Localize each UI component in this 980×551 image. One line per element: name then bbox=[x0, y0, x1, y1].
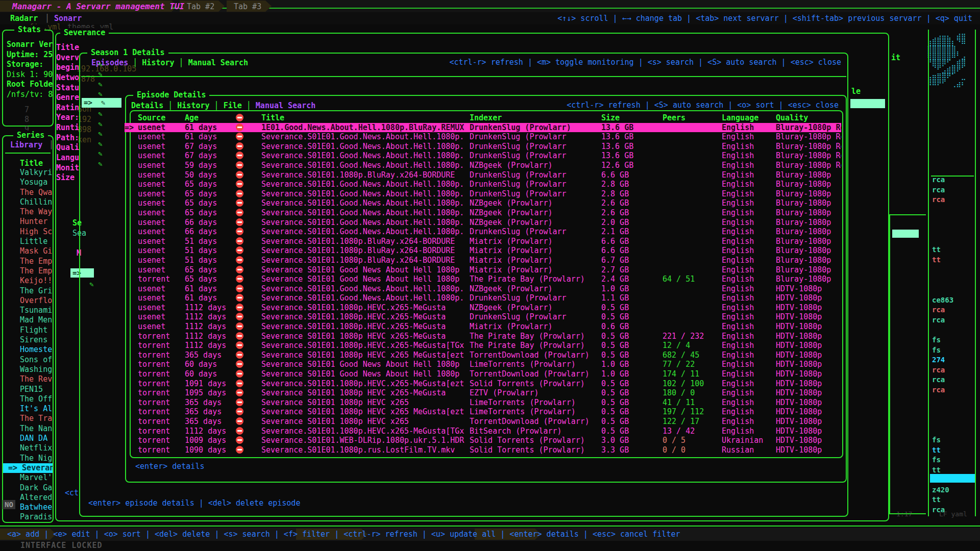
season-tab-episodes[interactable]: Episodes bbox=[91, 58, 128, 67]
series-item[interactable]: The Off bbox=[3, 394, 53, 404]
column-header[interactable]: Age bbox=[185, 113, 236, 123]
release-row[interactable]: usenet59 daysSeverance.S01E01.Good.News.… bbox=[125, 161, 841, 170]
release-row[interactable]: usenet1112 daysSeverance.S01E01.1080p.HE… bbox=[125, 312, 841, 322]
release-row[interactable]: usenet66 daysSeverance.S01E01.Good.News.… bbox=[125, 227, 841, 237]
reject-icon bbox=[236, 114, 243, 121]
season-tab-history[interactable]: History bbox=[142, 58, 174, 67]
release-row[interactable]: torrent1112 daysSeverance.S01E01.1080p.H… bbox=[125, 427, 841, 436]
bg-selected-file[interactable] bbox=[930, 474, 975, 483]
series-item[interactable]: Washing bbox=[3, 365, 53, 374]
column-header[interactable]: Title bbox=[261, 113, 470, 123]
release-row[interactable]: usenet1112 daysSeverance.S01E01.1080p.HE… bbox=[125, 303, 841, 313]
release-row[interactable]: torrent1095 daysSeverance S01E01 1080p H… bbox=[125, 388, 841, 398]
release-row[interactable]: usenet67 daysSeverance.S01E01.Good.News.… bbox=[125, 142, 841, 152]
release-row[interactable]: torrent1090 daysSeverance.S01E01.1080p.r… bbox=[125, 445, 841, 455]
series-item-selected[interactable]: => Severan bbox=[3, 463, 53, 473]
series-item[interactable]: The Qwa bbox=[3, 188, 53, 197]
release-row[interactable]: usenet50 daysSeverance.S01E01.1080p.BluR… bbox=[125, 170, 841, 180]
series-item[interactable]: Mask Gi bbox=[3, 246, 53, 256]
series-item[interactable]: The Emp bbox=[3, 266, 53, 276]
terminal-tab[interactable]: Tab #3 bbox=[234, 2, 261, 11]
tab-radarr[interactable]: Radarr bbox=[10, 14, 38, 23]
series-item[interactable]: Yosuga bbox=[3, 178, 53, 187]
release-row[interactable]: torrent1112 daysSeverance S01E01 1080p H… bbox=[125, 332, 841, 341]
column-header[interactable]: Peers bbox=[663, 113, 722, 123]
column-header[interactable]: Source bbox=[138, 113, 185, 123]
terminal-tab[interactable]: Tab #2 bbox=[187, 2, 214, 11]
release-row[interactable]: torrent1009 daysSeverance.S01E01.WEB-DLR… bbox=[125, 436, 841, 445]
tab-sonarr[interactable]: Sonarr bbox=[54, 14, 82, 23]
series-item[interactable]: The Gri bbox=[3, 286, 53, 296]
column-header[interactable]: Quality bbox=[776, 113, 841, 123]
season-scroll-thumb[interactable] bbox=[850, 99, 885, 108]
series-item[interactable]: The Way bbox=[3, 207, 53, 217]
bottom-divider bbox=[0, 525, 980, 527]
series-item[interactable]: The Nig bbox=[3, 454, 53, 463]
series-item[interactable]: Hunter bbox=[3, 217, 53, 227]
release-row[interactable]: usenet51 daysSeverance.S01E01.1080p.BluR… bbox=[125, 237, 841, 246]
episode-tab-history[interactable]: History bbox=[177, 101, 209, 110]
episode-modal-footer: <enter> details bbox=[135, 462, 204, 471]
series-item[interactable]: Chillin bbox=[3, 197, 53, 207]
season-tab-manual-search[interactable]: Manual Search bbox=[188, 58, 248, 67]
series-detail-label: Runti bbox=[56, 123, 81, 133]
release-row[interactable]: usenet65 daysSeverance.S01E01.Good.News.… bbox=[125, 189, 841, 199]
release-row-selected[interactable]: =>usenet61 days1E01.Good.News.About.Hell… bbox=[125, 123, 841, 133]
episode-tab-file[interactable]: File bbox=[224, 101, 242, 110]
series-item[interactable]: High Sc bbox=[3, 227, 53, 237]
series-item[interactable]: Sirens bbox=[3, 335, 53, 345]
release-row[interactable]: usenet1112 daysSeverance.S01E01.1080p.HE… bbox=[125, 322, 841, 332]
release-row[interactable]: torrent365 daysSeverance S01E01 1080p HE… bbox=[125, 417, 841, 427]
series-item[interactable]: Dark Ga bbox=[3, 483, 53, 493]
release-row[interactable]: usenet61 daysSeverance.S01E01.Good.News.… bbox=[125, 293, 841, 303]
release-row[interactable]: torrent1091 daysSeverance.S01E01.1080p.H… bbox=[125, 379, 841, 389]
release-row[interactable]: usenet51 daysSeverance.S01E01.1080p.BluR… bbox=[125, 246, 841, 256]
series-item[interactable]: Sons of bbox=[3, 355, 53, 365]
series-item[interactable]: Overflo bbox=[3, 296, 53, 306]
release-row[interactable]: usenet67 daysSeverance.S01E01.Good.News.… bbox=[125, 151, 841, 161]
series-item[interactable]: It's Al bbox=[3, 404, 53, 414]
series-item[interactable]: Paradis bbox=[3, 512, 53, 522]
selected-season-row[interactable]: => ✎ bbox=[82, 98, 121, 108]
series-item[interactable]: Flight bbox=[3, 325, 53, 335]
column-header[interactable] bbox=[236, 113, 261, 123]
tab-library[interactable]: Library bbox=[10, 140, 42, 149]
reject-icon bbox=[236, 218, 243, 226]
edit-pencil-icon: ✎ bbox=[98, 140, 102, 148]
series-item[interactable]: PEN15 bbox=[3, 385, 53, 394]
series-item[interactable]: Mad Men bbox=[3, 315, 53, 325]
column-header[interactable]: Indexer bbox=[470, 113, 601, 123]
release-row[interactable]: usenet65 daysSeverance.S01E01.Good.News.… bbox=[125, 180, 841, 189]
release-row[interactable]: usenet65 daysSeverance.S01E01.Good.News.… bbox=[125, 208, 841, 218]
series-item[interactable]: Valkyri bbox=[3, 168, 53, 178]
release-row[interactable]: torrent65 daysSeverance S01E01 Good News… bbox=[125, 274, 841, 284]
release-row[interactable]: torrent365 daysSeverance S01E01 1080p HE… bbox=[125, 398, 841, 408]
series-item[interactable]: Little bbox=[3, 237, 53, 246]
release-row[interactable]: usenet65 daysSeverance.S01E01.Good.News.… bbox=[125, 198, 841, 208]
release-row[interactable]: usenet65 daysSeverance S01E01 Good News … bbox=[125, 265, 841, 275]
series-item[interactable]: DAN DA bbox=[3, 434, 53, 443]
series-item[interactable]: Homeste bbox=[3, 345, 53, 355]
release-row[interactable]: usenet66 daysSeverance.S01E01.Good.News.… bbox=[125, 218, 841, 228]
release-row[interactable]: usenet61 daysSeverance.S01E01.Good.News.… bbox=[125, 284, 841, 294]
release-row[interactable]: usenet51 daysSeverance.S01E01.1080p.BluR… bbox=[125, 256, 841, 265]
series-item[interactable]: The Emp bbox=[3, 257, 53, 266]
release-row[interactable]: torrent365 daysSeverance S01E01 1080p HE… bbox=[125, 407, 841, 417]
episode-tab-details[interactable]: Details bbox=[131, 101, 163, 110]
series-item[interactable]: Marvel' bbox=[3, 473, 53, 483]
release-row[interactable]: torrent60 daysSeverance S01E01 Good News… bbox=[125, 369, 841, 379]
series-item[interactable]: Keijo!! bbox=[3, 276, 53, 286]
release-row[interactable]: torrent365 daysSeverance S01E01 1080p HE… bbox=[125, 350, 841, 360]
series-item[interactable]: The Rev bbox=[3, 374, 53, 384]
bg-scroll-thumb[interactable] bbox=[892, 230, 919, 238]
release-row[interactable]: torrent60 daysSeverance S01E01 Good News… bbox=[125, 360, 841, 369]
series-item[interactable]: The Nan bbox=[3, 424, 53, 434]
series-item[interactable]: Tsunami bbox=[3, 306, 53, 315]
release-row[interactable]: torrent1112 daysSeverance.S01E01.1080p.H… bbox=[125, 341, 841, 350]
series-item[interactable]: The Tra bbox=[3, 414, 53, 423]
episode-tab-manual-search[interactable]: Manual Search bbox=[256, 101, 315, 110]
column-header[interactable]: Language bbox=[722, 113, 776, 123]
release-row[interactable]: usenet61 daysSeverance.S01E01.Good.News.… bbox=[125, 132, 841, 142]
column-header[interactable]: Size bbox=[601, 113, 663, 123]
series-item[interactable]: Netflix bbox=[3, 443, 53, 453]
